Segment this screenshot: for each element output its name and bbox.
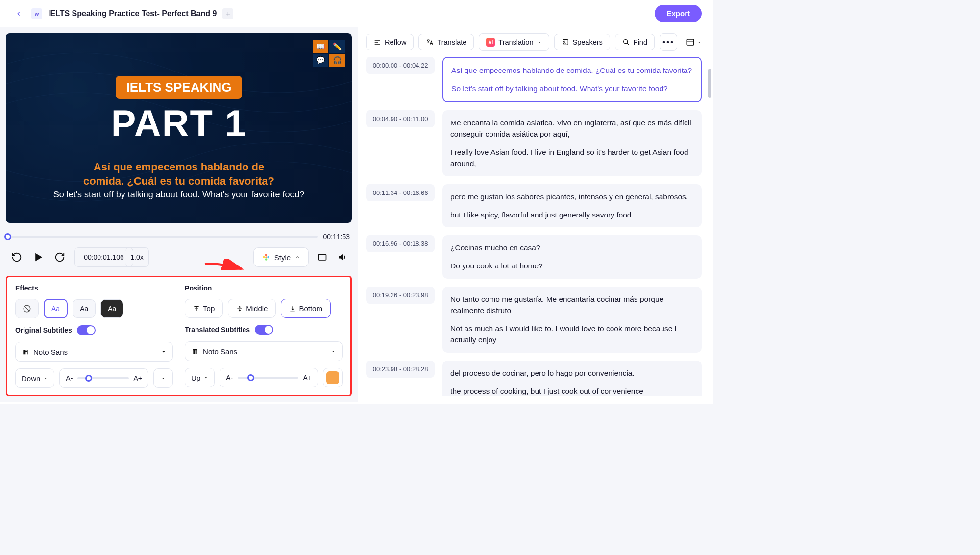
forward-button[interactable] — [53, 250, 67, 264]
duration-label: 00:11:53 — [323, 233, 350, 241]
chevron-down-icon — [161, 349, 167, 355]
transcript-text[interactable]: Así que empecemos hablando de comida. ¿C… — [442, 57, 702, 102]
style-label: Style — [274, 253, 291, 262]
chevron-up-icon — [294, 254, 300, 260]
subtitle-translated: Así que empecemos hablando decomida. ¿Cu… — [83, 160, 274, 188]
back-button[interactable] — [12, 7, 25, 21]
svg-point-3 — [263, 256, 265, 259]
reflow-icon — [373, 38, 381, 46]
timecode[interactable]: 00:16.96 - 00:18.38 — [366, 235, 435, 252]
left-pane: 📖 ✏️ 💬 🎧 IELTS SPEAKING PART 1 Así que e… — [0, 27, 358, 402]
svg-rect-10 — [687, 39, 694, 45]
page-title: IELTS Speaking Practice Test- Perfect Ba… — [48, 9, 217, 18]
trans-subtitles-toggle[interactable] — [255, 325, 273, 335]
doc-icon: w — [31, 8, 42, 19]
position-bottom-button[interactable]: Bottom — [281, 299, 331, 318]
time-input[interactable]: 00:00:01.106 — [74, 247, 133, 267]
transcript-row[interactable]: 00:00.00 - 00:04.22Así que empecemos hab… — [366, 57, 702, 102]
rewind-button[interactable] — [10, 250, 24, 264]
right-pane: Reflow Translate AITranslation Speakers … — [358, 27, 713, 402]
transcript-row[interactable]: 00:16.96 - 00:18.38¿Cocinas mucho en cas… — [366, 235, 702, 279]
timeline[interactable]: 00:11:53 — [8, 233, 350, 241]
style-icon — [262, 253, 270, 262]
chevron-down-icon — [43, 376, 48, 381]
effect-outline-button[interactable]: Aa — [44, 299, 68, 318]
effects-label: Effects — [15, 284, 173, 292]
trans-color-button[interactable] — [323, 368, 343, 387]
orig-color-button[interactable] — [153, 368, 173, 388]
transcript-text[interactable]: pero me gustan los sabores picantes, int… — [442, 184, 702, 228]
transcript-text[interactable]: del proceso de cocinar, pero lo hago por… — [442, 361, 702, 397]
volume-button[interactable] — [336, 251, 348, 263]
chevron-down-icon — [160, 375, 166, 381]
translate-icon — [426, 38, 434, 46]
more-button[interactable]: ••• — [660, 33, 677, 51]
trans-font-select[interactable]: Noto Sans — [185, 341, 343, 361]
transcript-text[interactable]: No tanto como me gustaría. Me encantaría… — [442, 287, 702, 353]
search-icon — [622, 38, 630, 46]
style-panel: Effects Aa Aa Aa Original Subtitles Noto… — [6, 276, 352, 396]
transcript-text[interactable]: Me encanta la comida asiática. Vivo en I… — [442, 110, 702, 176]
effect-plain-button[interactable]: Aa — [73, 299, 96, 318]
transcript-row[interactable]: 00:19.26 - 00:23.98No tanto como me gust… — [366, 287, 702, 353]
chevron-down-icon — [697, 40, 702, 45]
timecode[interactable]: 00:23.98 - 00:28.28 — [366, 361, 435, 378]
video-badge: IELTS SPEAKING — [116, 76, 243, 99]
style-button[interactable]: Style — [253, 247, 309, 267]
reflow-button[interactable]: Reflow — [366, 34, 414, 50]
trans-direction-select[interactable]: Up — [185, 368, 215, 387]
position-label: Position — [185, 284, 343, 292]
orig-size-slider[interactable]: A-A+ — [59, 368, 148, 388]
svg-rect-7 — [563, 40, 568, 45]
timecode[interactable]: 00:04.90 - 00:11.00 — [366, 110, 435, 127]
svg-point-1 — [267, 256, 270, 259]
position-top-button[interactable]: Top — [185, 299, 223, 318]
timecode[interactable]: 00:19.26 - 00:23.98 — [366, 287, 435, 304]
orig-font-select[interactable]: Noto Sans — [15, 342, 173, 362]
orig-subtitles-label: Original Subtitles — [15, 326, 72, 334]
trans-subtitles-label: Translated Subtitles — [185, 326, 250, 334]
svg-point-4 — [265, 256, 267, 258]
add-tab-button[interactable]: + — [222, 8, 233, 19]
view-toggle[interactable] — [682, 35, 706, 49]
speakers-icon — [562, 38, 569, 46]
position-middle-button[interactable]: Middle — [228, 299, 276, 318]
translate-button[interactable]: Translate — [418, 34, 474, 50]
effect-none-button[interactable] — [15, 299, 39, 318]
transcript-row[interactable]: 00:23.98 - 00:28.28del proceso de cocina… — [366, 361, 702, 397]
fullscreen-button[interactable] — [317, 251, 328, 263]
svg-point-2 — [265, 258, 267, 261]
video-preview[interactable]: 📖 ✏️ 💬 🎧 IELTS SPEAKING PART 1 Así que e… — [6, 33, 352, 223]
ai-icon: AI — [486, 38, 495, 47]
transcript-toolbar: Reflow Translate AITranslation Speakers … — [366, 33, 706, 51]
svg-point-8 — [564, 41, 565, 42]
timeline-thumb[interactable] — [4, 233, 11, 240]
video-title: PART 1 — [111, 102, 247, 145]
trans-size-slider[interactable]: A-A+ — [220, 368, 318, 387]
translation-dropdown[interactable]: AITranslation — [479, 33, 549, 51]
svg-rect-5 — [319, 254, 326, 260]
orig-subtitles-toggle[interactable] — [77, 325, 96, 335]
transcript-row[interactable]: 00:04.90 - 00:11.00Me encanta la comida … — [366, 110, 702, 176]
export-button[interactable]: Export — [655, 5, 702, 22]
scrollbar-thumb[interactable] — [708, 69, 711, 98]
font-icon — [22, 348, 29, 356]
play-button[interactable] — [31, 250, 45, 264]
transcript-text[interactable]: ¿Cocinas mucho en casa?Do you cook a lot… — [442, 235, 702, 279]
chevron-down-icon — [203, 375, 208, 380]
chevron-down-icon — [537, 40, 542, 45]
rate-select[interactable]: 1.0x — [125, 247, 149, 267]
orig-direction-select[interactable]: Down — [15, 368, 54, 388]
transcript-list[interactable]: 00:00.00 - 00:04.22Así que empecemos hab… — [366, 57, 706, 396]
timecode[interactable]: 00:00.00 - 00:04.22 — [366, 57, 435, 74]
font-icon — [191, 347, 199, 355]
find-button[interactable]: Find — [615, 34, 655, 50]
effect-box-button[interactable]: Aa — [100, 299, 123, 318]
speakers-button[interactable]: Speakers — [554, 34, 610, 50]
subtitle-original: So let's start off by talking about food… — [53, 190, 305, 200]
transcript-row[interactable]: 00:11.34 - 00:16.66pero me gustan los sa… — [366, 184, 702, 228]
timecode[interactable]: 00:11.34 - 00:16.66 — [366, 184, 435, 201]
chevron-down-icon — [330, 348, 336, 354]
svg-point-0 — [265, 254, 267, 256]
topbar: w IELTS Speaking Practice Test- Perfect … — [0, 0, 713, 27]
